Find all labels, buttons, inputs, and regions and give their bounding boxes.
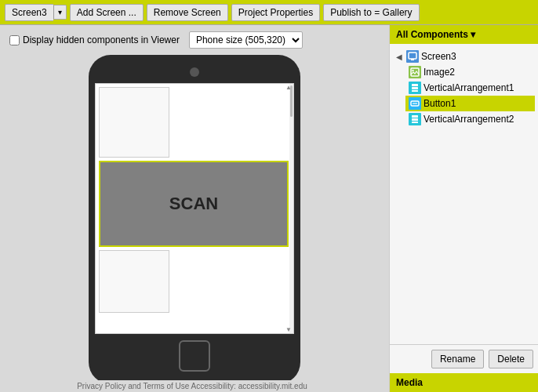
center-panel: Display hidden components in Viewer Phon… [0, 25, 389, 392]
svg-rect-4 [412, 84, 418, 86]
tree-item-vert2[interactable]: VerticalArrangement2 [405, 111, 535, 127]
tree-item-button1[interactable]: Button1 [405, 96, 535, 111]
tree-item-image2[interactable]: Image2 [405, 64, 535, 80]
vert2-label: VerticalArrangement2 [423, 114, 514, 125]
collapse-screen3[interactable]: ◀ [396, 53, 402, 61]
delete-button[interactable]: Delete [489, 350, 533, 368]
main-layout: Display hidden components in Viewer Phon… [0, 25, 538, 392]
image2-component [99, 87, 169, 158]
scroll-arrow-bottom[interactable]: ▼ [285, 326, 293, 333]
right-panel: All Components ▾ ◀ Screen3 Image2 [389, 25, 538, 392]
remove-screen-button[interactable]: Remove Screen [147, 4, 228, 21]
hidden-components-checkbox[interactable] [9, 35, 20, 45]
phone-size-dropdown[interactable]: Phone size (505,320) [189, 31, 303, 49]
svg-rect-9 [412, 115, 418, 118]
tree-item-vert1[interactable]: VerticalArrangement1 [405, 80, 535, 96]
svg-rect-1 [411, 59, 414, 60]
right-bottom-actions: Rename Delete [390, 344, 538, 373]
hidden-components-text: Display hidden components in Viewer [23, 34, 180, 45]
image2-label: Image2 [423, 67, 455, 78]
hidden-components-label[interactable]: Display hidden components in Viewer [9, 34, 180, 45]
svg-point-3 [412, 70, 413, 71]
all-components-header[interactable]: All Components ▾ [390, 25, 538, 44]
screen3-icon [406, 50, 419, 63]
phone-camera [190, 67, 199, 77]
rename-button[interactable]: Rename [431, 350, 484, 368]
vert2-icon [409, 113, 421, 125]
svg-rect-0 [409, 53, 416, 59]
scan-button-component[interactable]: SCAN [99, 161, 289, 247]
phone-frame: ▲ ▼ SCAN [89, 55, 300, 384]
vert1-label: VerticalArrangement1 [423, 82, 514, 93]
publish-button[interactable]: Publish to = Gallery [323, 4, 419, 21]
component-tree: ◀ Screen3 Image2 VerticalArrangement1 [390, 44, 538, 344]
project-properties-button[interactable]: Project Properties [231, 4, 320, 21]
svg-rect-6 [412, 90, 418, 92]
footer: Privacy Policy and Terms of Use Accessib… [0, 380, 384, 392]
scroll-thumb[interactable] [290, 85, 293, 117]
phone-home-bar [179, 340, 210, 372]
svg-rect-2 [411, 68, 419, 76]
phone-screen: ▲ ▼ SCAN [95, 83, 294, 334]
options-bar: Display hidden components in Viewer Phon… [9, 31, 380, 49]
scan-label: SCAN [169, 194, 218, 214]
svg-rect-10 [412, 118, 418, 121]
vert2-component [99, 250, 169, 313]
media-section[interactable]: Media [390, 373, 538, 392]
phone-size-select[interactable]: Phone size (505,320) [189, 31, 303, 49]
tree-item-screen3[interactable]: ◀ Screen3 [393, 49, 535, 64]
button1-label: Button1 [423, 98, 456, 109]
add-screen-button[interactable]: Add Screen ... [70, 4, 144, 21]
screen3-button[interactable]: Screen3 ▾ [5, 4, 67, 21]
image2-icon [409, 66, 421, 78]
footer-text: Privacy Policy and Terms of Use Accessib… [77, 382, 307, 390]
screen3-dropdown-arrow[interactable]: ▾ [53, 5, 67, 20]
screen3-label: Screen3 [421, 51, 456, 62]
svg-rect-5 [412, 87, 418, 89]
button1-icon [409, 97, 421, 110]
svg-rect-11 [412, 122, 418, 123]
screen3-label[interactable]: Screen3 [5, 4, 53, 21]
vert1-icon [409, 82, 421, 94]
all-components-label: All Components ▾ [396, 29, 475, 40]
toolbar: Screen3 ▾ Add Screen ... Remove Screen P… [0, 0, 538, 25]
media-label: Media [396, 377, 423, 388]
